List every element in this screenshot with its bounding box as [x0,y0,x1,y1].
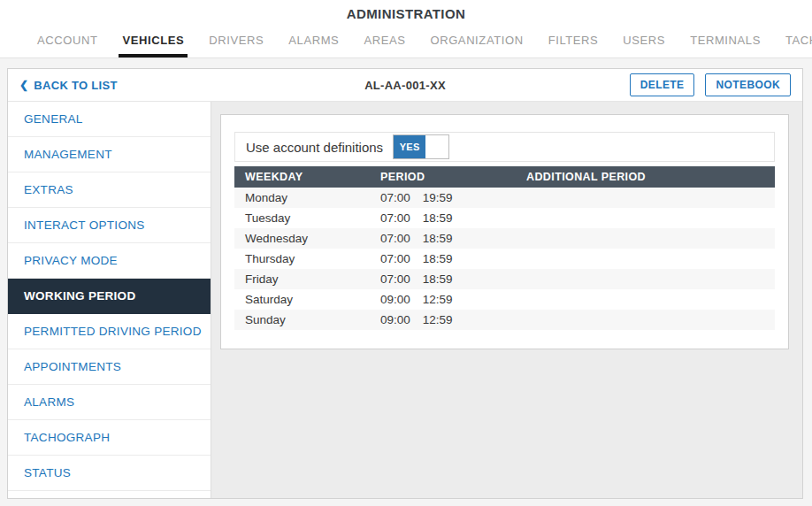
tab-areas[interactable]: AREAS [360,27,409,58]
content-area: Use account definitions YES WEEKDAY PERI… [211,102,802,498]
table-row-tuesday[interactable]: Tuesday07:0018:59 [234,208,775,228]
tab-filters[interactable]: FILTERS [545,27,602,58]
additional-period-cell [516,310,775,330]
period-start: 09:00 [380,293,410,306]
subheader-buttons: DELETE NOTEBOOK [630,73,791,96]
period-start: 07:00 [380,272,410,286]
weekday-cell: Saturday [234,289,370,310]
sidebar: GENERALMANAGEMENTEXTRASINTERACT OPTIONSP… [8,102,211,498]
column-header-additional-period: ADDITIONAL PERIOD [516,166,775,188]
period-end: 19:59 [423,191,453,204]
title-bar: ADMINISTRATION [0,0,812,27]
additional-period-cell [516,289,775,310]
use-account-definitions-row: Use account definitions YES [234,132,775,162]
table-row-saturday[interactable]: Saturday09:0012:59 [234,289,775,310]
period-end: 18:59 [423,211,453,225]
period-end: 12:59 [423,293,453,306]
period-end: 18:59 [423,232,453,245]
back-to-list-link[interactable]: ❮ BACK TO LIST [19,79,118,92]
period-start: 07:00 [380,252,410,265]
weekday-cell: Sunday [234,310,370,330]
page-title: ADMINISTRATION [347,6,465,21]
chevron-left-icon: ❮ [19,79,28,91]
weekday-cell: Thursday [234,249,370,269]
period-end: 18:59 [423,272,453,286]
period-cell: 09:0012:59 [370,310,516,330]
notebook-button[interactable]: NOTEBOOK [705,73,791,96]
period-start: 07:00 [380,211,410,225]
period-cell: 07:0018:59 [370,249,516,269]
period-cell: 07:0018:59 [370,269,516,289]
sidebar-item-working-period[interactable]: WORKING PERIOD [8,279,211,314]
weekday-cell: Tuesday [234,208,370,228]
additional-period-cell [516,269,775,289]
sidebar-item-extras[interactable]: EXTRAS [8,172,211,208]
tab-tachograph[interactable]: TACHOGRAPH [782,27,812,58]
tab-users[interactable]: USERS [619,27,669,58]
period-start: 09:00 [380,313,410,326]
nav-tabs: ACCOUNTVEHICLESDRIVERSALARMSAREASORGANIZ… [0,27,812,58]
period-cell: 07:0019:59 [370,188,516,208]
table-row-thursday[interactable]: Thursday07:0018:59 [234,249,775,269]
column-header-weekday: WEEKDAY [234,166,370,188]
sidebar-item-alarms[interactable]: ALARMS [8,385,211,420]
period-start: 07:00 [380,191,410,204]
period-start: 07:00 [380,232,410,245]
table-row-monday[interactable]: Monday07:0019:59 [234,188,775,208]
sidebar-item-status[interactable]: STATUS [8,456,211,491]
app-header: ADMINISTRATION ACCOUNTVEHICLESDRIVERSALA… [0,0,812,58]
period-cell: 07:0018:59 [370,228,516,249]
column-header-period: PERIOD [370,166,516,188]
table-row-friday[interactable]: Friday07:0018:59 [234,269,775,289]
additional-period-cell [516,208,775,228]
period-cell: 07:0018:59 [370,208,516,228]
panel-body: GENERALMANAGEMENTEXTRASINTERACT OPTIONSP… [8,102,802,498]
sidebar-item-appointments[interactable]: APPOINTMENTS [8,349,211,385]
additional-period-cell [516,249,775,269]
period-end: 12:59 [423,313,453,326]
tab-vehicles[interactable]: VEHICLES [119,27,188,58]
working-period-card: Use account definitions YES WEEKDAY PERI… [220,114,789,349]
additional-period-cell [516,228,775,249]
tab-organization[interactable]: ORGANIZATION [426,27,526,58]
table-body: Monday07:0019:59Tuesday07:0018:59Wednesd… [234,188,775,330]
tab-drivers[interactable]: DRIVERS [205,27,267,58]
sidebar-item-permitted-driving-period[interactable]: PERMITTED DRIVING PERIOD [8,314,211,349]
table-row-sunday[interactable]: Sunday09:0012:59 [234,310,775,330]
weekday-cell: Wednesday [234,228,370,249]
subheader: ❮ BACK TO LIST AL-AA-001-XX DELETE NOTEB… [8,69,802,102]
tab-account[interactable]: ACCOUNT [34,27,101,58]
use-account-definitions-toggle[interactable]: YES [393,134,449,159]
period-end: 18:59 [423,252,453,265]
toggle-yes-segment: YES [394,135,425,158]
tab-terminals[interactable]: TERMINALS [686,27,764,58]
table-head: WEEKDAY PERIOD ADDITIONAL PERIOD [234,166,775,188]
sidebar-item-management[interactable]: MANAGEMENT [8,137,211,172]
weekday-cell: Friday [234,269,370,289]
vehicle-detail-panel: ❮ BACK TO LIST AL-AA-001-XX DELETE NOTEB… [7,68,803,499]
period-cell: 09:0012:59 [370,289,516,310]
back-to-list-label: BACK TO LIST [34,79,117,92]
table-row-wednesday[interactable]: Wednesday07:0018:59 [234,228,775,249]
weekday-cell: Monday [234,188,370,208]
sidebar-item-interact-options[interactable]: INTERACT OPTIONS [8,208,211,243]
use-account-definitions-label: Use account definitions [246,140,383,155]
sidebar-item-general[interactable]: GENERAL [8,102,211,137]
sidebar-item-tachograph[interactable]: TACHOGRAPH [8,420,211,456]
sidebar-item-privacy-mode[interactable]: PRIVACY MODE [8,243,211,279]
delete-button[interactable]: DELETE [630,73,695,96]
additional-period-cell [516,188,775,208]
working-period-table: WEEKDAY PERIOD ADDITIONAL PERIOD Monday0… [234,166,775,330]
tab-alarms[interactable]: ALARMS [285,27,342,58]
